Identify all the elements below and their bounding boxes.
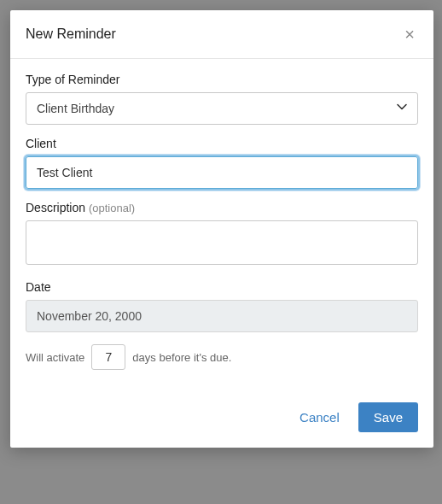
- type-of-reminder-select[interactable]: Client Birthday: [26, 92, 418, 125]
- activate-prefix: Will activate: [26, 351, 84, 364]
- description-label-text: Description: [26, 201, 85, 214]
- client-input[interactable]: [26, 156, 418, 189]
- modal-body: Type of Reminder Client Birthday Client …: [10, 59, 433, 390]
- date-display[interactable]: November 20, 2000: [26, 300, 418, 332]
- modal-footer: Cancel Save: [10, 390, 433, 448]
- type-of-reminder-selected: Client Birthday: [26, 92, 418, 125]
- client-label: Client: [26, 137, 418, 150]
- activate-row: Will activate days before it's due.: [26, 344, 418, 370]
- description-field: Description (optional): [26, 201, 418, 268]
- description-label: Description (optional): [26, 201, 418, 214]
- description-optional-hint: (optional): [89, 202, 135, 214]
- client-field: Client: [26, 137, 418, 189]
- type-of-reminder-label: Type of Reminder: [26, 73, 418, 86]
- modal-header: New Reminder ×: [10, 10, 433, 59]
- cancel-button[interactable]: Cancel: [296, 405, 343, 430]
- activate-suffix: days before it's due.: [132, 351, 231, 364]
- modal-title: New Reminder: [26, 26, 116, 42]
- close-icon: ×: [404, 25, 415, 44]
- close-button[interactable]: ×: [401, 24, 418, 44]
- new-reminder-modal: New Reminder × Type of Reminder Client B…: [10, 10, 433, 448]
- save-button[interactable]: Save: [358, 402, 418, 432]
- date-label: Date: [26, 280, 418, 294]
- date-value: November 20, 2000: [37, 309, 142, 323]
- type-of-reminder-field: Type of Reminder Client Birthday: [26, 73, 418, 125]
- description-input[interactable]: [26, 220, 418, 265]
- activate-days-input[interactable]: [91, 344, 125, 370]
- date-field: Date November 20, 2000: [26, 280, 418, 332]
- type-of-reminder-value: Client Birthday: [37, 102, 114, 115]
